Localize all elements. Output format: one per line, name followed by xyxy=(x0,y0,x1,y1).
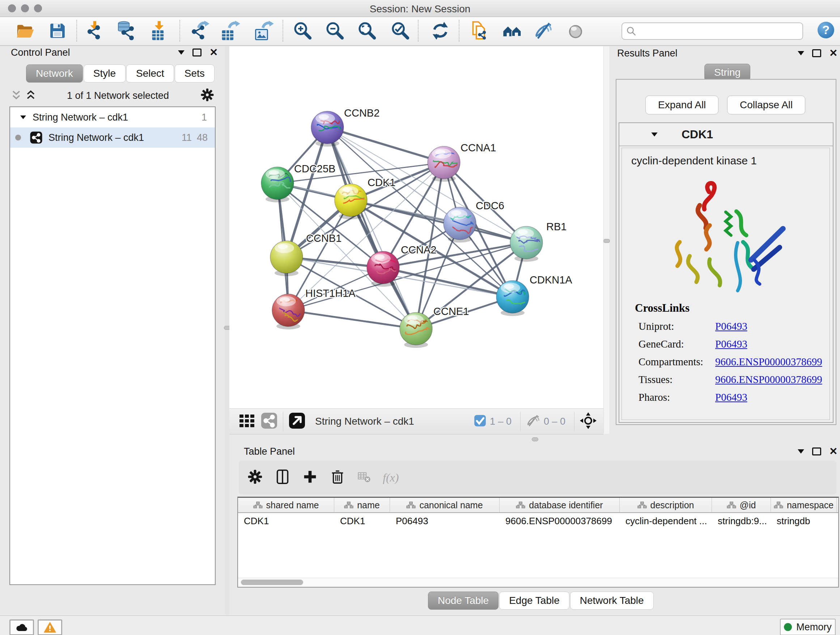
share-view-icon[interactable] xyxy=(261,412,278,431)
column-header-namespace[interactable]: namespace xyxy=(771,498,837,512)
horizontal-scrollbar[interactable] xyxy=(238,578,838,587)
network-edge[interactable] xyxy=(288,310,416,329)
column-header-shared-name[interactable]: shared name xyxy=(238,498,334,512)
panel-menu-icon[interactable] xyxy=(798,51,804,55)
network-row[interactable]: String Network – cdk1 11 48 xyxy=(10,127,215,148)
zoom-fit-icon[interactable] xyxy=(357,21,377,41)
export-network-icon[interactable] xyxy=(189,21,210,41)
refresh-icon[interactable] xyxy=(430,21,450,41)
tab-network-table[interactable]: Network Table xyxy=(570,592,654,610)
network-node-CDKN1A[interactable]: CDKN1A xyxy=(496,274,572,316)
panel-menu-icon[interactable] xyxy=(798,449,804,454)
crosslink-link[interactable]: 9606.ENSP00000378699 xyxy=(715,356,829,368)
toolbar-divider xyxy=(76,20,77,42)
tab-node-table[interactable]: Node Table xyxy=(428,592,499,610)
gene-section-header[interactable]: CDK1 xyxy=(619,123,833,146)
network-collection-row[interactable]: String Network – cdk1 1 xyxy=(10,107,215,127)
collapse-all-icon[interactable] xyxy=(11,88,22,103)
expand-all-icon[interactable] xyxy=(25,88,36,103)
tab-style[interactable]: Style xyxy=(84,65,126,82)
hide-graphics-icon[interactable] xyxy=(533,21,554,41)
table-panel-title: Table Panel xyxy=(244,446,295,457)
network-edge[interactable] xyxy=(327,127,444,163)
network-node-CCNE1[interactable]: CCNE1 xyxy=(400,306,469,348)
warning-button[interactable] xyxy=(38,619,62,635)
column-header-name[interactable]: name xyxy=(334,498,390,512)
column-header-at-id[interactable]: @id xyxy=(712,498,771,512)
panel-close-icon[interactable]: ✕ xyxy=(829,50,837,57)
tab-string[interactable]: String xyxy=(704,64,750,81)
string-network-icon xyxy=(30,131,43,144)
network-name: String Network – cdk1 xyxy=(49,132,144,143)
table-cell: stringdb:9... xyxy=(712,513,771,529)
network-node-CDC25B[interactable]: CDC25B xyxy=(261,163,335,203)
add-column-icon[interactable] xyxy=(302,469,318,486)
crosslink-link[interactable]: P06493 xyxy=(715,338,829,350)
panel-close-icon[interactable]: ✕ xyxy=(210,49,218,56)
network-node-HIST1H1A[interactable]: HIST1H1A xyxy=(272,287,355,329)
gear-icon[interactable] xyxy=(247,469,264,486)
zoom-out-icon[interactable] xyxy=(325,21,345,41)
splitter-handle[interactable] xyxy=(532,437,538,441)
hidden-counts: 0 – 0 xyxy=(544,416,565,427)
control-panel: Control Panel ✕ NetworkStyleSelectSets 1… xyxy=(0,46,225,616)
expand-all-button[interactable]: Expand All xyxy=(645,96,718,114)
import-database-icon[interactable] xyxy=(116,21,136,41)
panel-float-icon[interactable] xyxy=(812,49,821,57)
node-label: CCNA1 xyxy=(461,142,496,154)
memory-button[interactable]: Memory xyxy=(780,619,836,635)
toolbar-divider xyxy=(418,20,418,42)
warning-icon xyxy=(44,622,56,633)
show-columns-icon[interactable] xyxy=(274,469,291,486)
network-node-RB1[interactable]: RB1 xyxy=(510,221,567,262)
zoom-selected-icon[interactable] xyxy=(390,21,411,41)
crosslink-link[interactable]: P06493 xyxy=(715,391,829,403)
import-table-icon[interactable] xyxy=(148,21,168,41)
delete-column-icon[interactable] xyxy=(329,469,346,486)
search-input[interactable] xyxy=(637,25,802,37)
eye-icon[interactable] xyxy=(565,21,586,41)
open-in-window-icon[interactable] xyxy=(288,412,306,431)
tab-sets[interactable]: Sets xyxy=(175,65,215,82)
export-table-icon[interactable] xyxy=(220,21,240,41)
panel-float-icon[interactable] xyxy=(812,448,821,455)
table-row[interactable]: CDK1CDK1P064939606.ENSP00000378699cyclin… xyxy=(238,513,838,529)
collapse-all-button[interactable]: Collapse All xyxy=(727,96,805,114)
column-header-database-identifier[interactable]: database identifier xyxy=(500,498,620,512)
network-node-CDC6[interactable]: CDC6 xyxy=(444,200,504,242)
network-view[interactable]: CCNB2CCNA1CDC25BCDK1CDC6RB1CCNB1CCNA2CDK… xyxy=(229,46,603,409)
toolbar-divider xyxy=(520,412,521,431)
export-image-icon[interactable] xyxy=(254,21,274,41)
column-header-description[interactable]: description xyxy=(620,498,712,512)
zoom-in-icon[interactable] xyxy=(293,21,313,41)
tab-select[interactable]: Select xyxy=(126,65,174,82)
tab-network[interactable]: Network xyxy=(26,65,83,82)
gene-section: CDK1 cyclin-dependent kinase 1 xyxy=(619,122,834,423)
gene-detail-box: cyclin-dependent kinase 1 xyxy=(622,148,830,420)
homes-icon[interactable] xyxy=(502,21,523,41)
crosslink-label: Tissues: xyxy=(638,374,715,386)
cloud-button[interactable] xyxy=(9,619,34,635)
horizontal-splitter[interactable] xyxy=(225,434,840,445)
panel-menu-icon[interactable] xyxy=(178,50,185,55)
tab-edge-table[interactable]: Edge Table xyxy=(499,592,569,610)
column-header-canonical-name[interactable]: canonical name xyxy=(390,498,500,512)
crosslink-link[interactable]: 9606.ENSP00000378699 xyxy=(715,374,829,386)
string-query-icon[interactable] xyxy=(469,21,489,41)
grid-view-icon[interactable] xyxy=(238,412,256,431)
hidden-eye-icon[interactable] xyxy=(526,413,541,430)
network-node-CCNA1[interactable]: CCNA1 xyxy=(428,142,496,182)
crosshair-icon[interactable] xyxy=(579,412,597,431)
panel-close-icon[interactable]: ✕ xyxy=(829,448,837,455)
search-field[interactable] xyxy=(622,22,803,40)
gear-icon[interactable] xyxy=(200,87,215,104)
crosslink-link[interactable]: P06493 xyxy=(715,320,829,333)
panel-float-icon[interactable] xyxy=(193,49,202,57)
scrollbar-thumb[interactable] xyxy=(241,580,303,585)
help-button[interactable]: ? xyxy=(818,22,834,38)
network-edge[interactable] xyxy=(383,268,513,297)
open-session-icon[interactable] xyxy=(15,21,35,41)
import-network-icon[interactable] xyxy=(84,21,104,41)
selected-checkbox-icon[interactable] xyxy=(473,414,487,429)
save-session-icon[interactable] xyxy=(47,21,68,41)
